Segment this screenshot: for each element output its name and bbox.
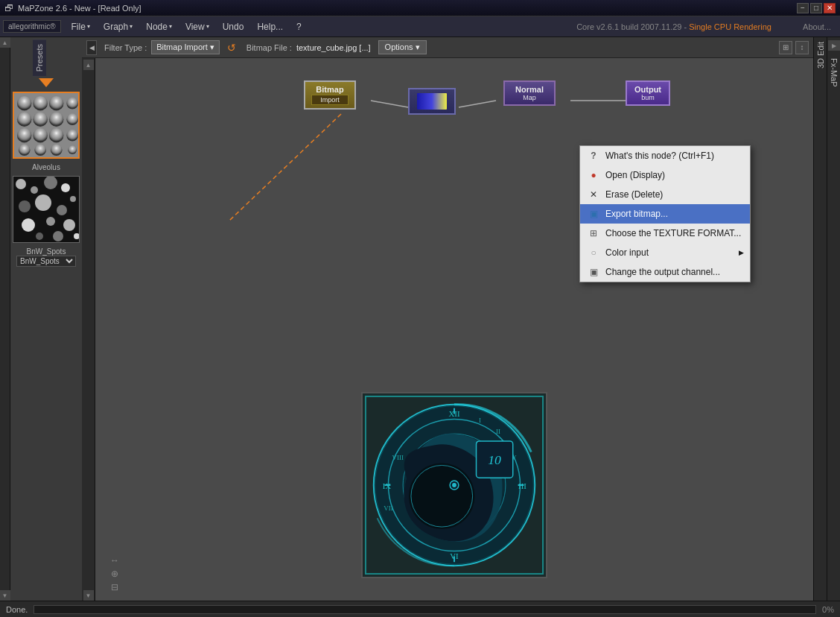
ctx-open-display[interactable]: ● Open (Display)	[580, 165, 750, 185]
svg-point-27	[46, 217, 55, 226]
scroll-down-arrow[interactable]: ▼	[0, 590, 10, 601]
svg-point-54	[452, 483, 456, 487]
presets-panel: Presets	[10, 37, 82, 601]
node-normal-map[interactable]: Normal Map	[503, 80, 556, 106]
bottom-icon2[interactable]: ⊕	[109, 568, 121, 580]
presets-tab[interactable]: Presets	[33, 39, 46, 77]
right-toggle[interactable]: ▶	[828, 40, 840, 51]
fxmap-tab[interactable]: Fx-MaP	[828, 54, 840, 92]
bitmap-node-box[interactable]: Bitmap Import	[304, 80, 356, 110]
normalmap-node-title: Normal	[511, 85, 548, 94]
svg-point-24	[35, 194, 51, 211]
filter-type-select[interactable]: Bitmap Import ▾	[151, 40, 220, 54]
bitmap-node-sublabel: Import	[311, 95, 349, 105]
svg-point-13	[19, 145, 31, 156]
ctx-color-icon: ○	[588, 247, 599, 259]
close-button[interactable]: ✕	[824, 3, 836, 13]
svg-point-4	[66, 98, 78, 110]
status-bar: Done. 0%	[0, 601, 840, 617]
svg-point-23	[19, 200, 31, 212]
ctx-choose-texture[interactable]: ⊞ Choose the TEXTURE FORMAT...	[580, 224, 750, 243]
right-sidebar: ▶ Fx-MaP	[827, 37, 840, 601]
menu-question[interactable]: ?	[290, 19, 308, 34]
indicator-triangle	[39, 78, 54, 87]
converter-node-box[interactable]	[408, 88, 456, 115]
context-menu: ? What's this node? (Ctrl+F1) ● Open (Di…	[579, 145, 751, 282]
menu-undo[interactable]: Undo	[217, 19, 250, 34]
thumbnail-alveolus-label: Alveolus	[31, 162, 62, 173]
preview-area: XII III VI IX I II IV VIII VII	[361, 392, 547, 578]
canvas-scroll-up[interactable]: ▲	[83, 60, 94, 70]
thumbnail-bnw-spots[interactable]	[13, 176, 80, 243]
svg-point-3	[49, 96, 64, 111]
bottom-icon3[interactable]: ⊟	[109, 581, 121, 593]
scroll-up-arrow[interactable]: ▲	[0, 37, 10, 48]
svg-point-9	[17, 128, 32, 143]
title-bar-controls: − □ ✕	[797, 3, 836, 13]
maximize-button[interactable]: □	[810, 3, 822, 13]
menu-help[interactable]: Help...	[251, 19, 289, 34]
3d-edit-tab[interactable]: 3D Edit	[815, 37, 827, 73]
left-area: ▲ ▼ Presets	[0, 37, 82, 601]
canvas-right-icons: ⊞ ↕	[779, 41, 809, 54]
ctx-change-channel[interactable]: ▣ Change the output channel...	[580, 262, 750, 282]
ctx-question-icon: ?	[588, 150, 599, 162]
canvas-icon1[interactable]: ⊞	[779, 41, 792, 54]
left-scrollbar[interactable]: ▲ ▼	[0, 37, 10, 601]
canvas-icon2[interactable]: ↕	[795, 41, 809, 54]
thumbnail-alveolus[interactable]	[13, 92, 80, 159]
left-panel-toggle[interactable]: ◀	[86, 40, 97, 55]
svg-point-15	[51, 145, 63, 156]
node-graph[interactable]: Bitmap Import	[95, 58, 813, 601]
options-button[interactable]: Options ▾	[378, 40, 427, 54]
menu-node[interactable]: Node ▾	[140, 19, 178, 34]
svg-point-28	[63, 219, 75, 231]
ctx-channel-label: Change the output channel...	[605, 267, 720, 277]
bnw-select[interactable]: BnW_Spots	[16, 256, 76, 267]
svg-point-18	[16, 179, 26, 189]
node-converter[interactable]	[408, 88, 456, 115]
output-node-box[interactable]: Output bum	[626, 80, 670, 106]
node-output[interactable]: Output bum	[626, 80, 670, 106]
canvas-toolbar: ◀ Filter Type : Bitmap Import ▾ ↺ Bitmap…	[82, 37, 813, 58]
minimize-button[interactable]: −	[797, 3, 809, 13]
svg-point-12	[66, 130, 78, 142]
ctx-erase[interactable]: ✕ Erase (Delete)	[580, 185, 750, 204]
svg-text:VII: VII	[384, 504, 392, 512]
ctx-color-input[interactable]: ○ Color input	[580, 243, 750, 262]
output-node-sublabel: bum	[633, 94, 663, 101]
normalmap-node-box[interactable]: Normal Map	[503, 80, 556, 106]
ctx-open-icon: ●	[588, 169, 599, 181]
clock-preview: XII III VI IX I II IV VIII VII	[363, 392, 546, 578]
bottom-icon1[interactable]: ↔	[109, 554, 121, 566]
ctx-whats-this[interactable]: ? What's this node? (Ctrl+F1)	[580, 146, 750, 165]
canvas-area: ◀ Filter Type : Bitmap Import ▾ ↺ Bitmap…	[82, 37, 813, 601]
ctx-erase-label: Erase (Delete)	[605, 189, 663, 200]
menu-view[interactable]: View ▾	[179, 19, 215, 34]
svg-point-8	[66, 114, 78, 126]
ctx-open-label: Open (Display)	[605, 170, 665, 180]
window-title: MaPZone 2.6 - New - [Read Only]	[18, 4, 141, 13]
bitmap-file-value: texture_cube.jpg [...]	[296, 43, 371, 52]
output-node-title: Output	[633, 85, 663, 94]
svg-point-22	[70, 196, 76, 202]
svg-point-14	[34, 145, 46, 156]
main-layout: ▲ ▼ Presets	[0, 37, 840, 601]
refresh-icon[interactable]: ↺	[227, 42, 236, 54]
title-bar: 🗗 MaPZone 2.6 - New - [Read Only] − □ ✕	[0, 0, 840, 16]
alveolus-preview	[14, 92, 78, 158]
canvas-scroll-down[interactable]: ▼	[83, 590, 94, 601]
menu-file[interactable]: File ▾	[66, 19, 96, 34]
node-bitmap-import[interactable]: Bitmap Import	[304, 80, 356, 110]
ctx-export-bitmap[interactable]: ▣ Export bitmap...	[580, 204, 750, 224]
svg-point-1	[17, 96, 32, 111]
svg-text:10: 10	[488, 452, 501, 467]
ctx-channel-icon: ▣	[588, 266, 599, 278]
svg-line-32	[371, 101, 408, 107]
thumbnail-bnw-label: BnW_Spots BnW_Spots	[10, 246, 82, 268]
logo: allegorithmic®	[3, 20, 61, 33]
svg-point-6	[33, 113, 48, 127]
progress-bar-container	[34, 605, 816, 614]
menu-graph[interactable]: Graph ▾	[98, 19, 139, 34]
svg-text:II: II	[496, 428, 500, 435]
